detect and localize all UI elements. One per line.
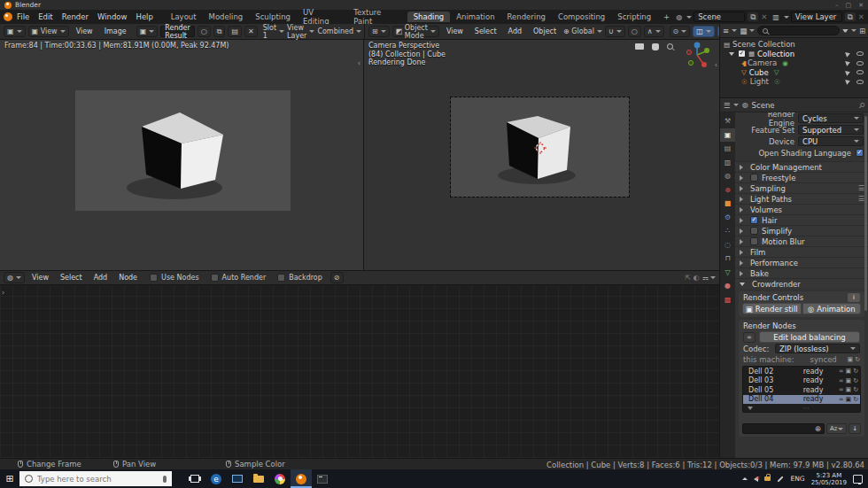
navigation-gizmo[interactable] bbox=[683, 41, 711, 69]
task-view-button[interactable] bbox=[184, 469, 205, 488]
freestyle-checkbox[interactable] bbox=[750, 174, 758, 182]
zoom-view-icon[interactable] bbox=[667, 43, 673, 50]
viewport-add-menu[interactable]: Add bbox=[504, 27, 527, 35]
show-gizmo-dropdown[interactable]: ⊙ bbox=[670, 26, 691, 37]
panel-motion-blur[interactable]: Motion Blur bbox=[735, 236, 868, 246]
outliner-filter-dropdown[interactable] bbox=[842, 29, 856, 33]
camera-visibility-icon[interactable] bbox=[856, 61, 864, 66]
link-icon[interactable]: ∞ bbox=[839, 396, 844, 403]
sync-icon[interactable]: ↻ bbox=[853, 386, 858, 393]
render-engine-dropdown[interactable]: Cycles bbox=[798, 113, 864, 123]
node-row-dell03[interactable]: Dell 03ready∞▣↻ bbox=[743, 376, 860, 386]
tab-physics[interactable]: ◌ bbox=[720, 238, 735, 252]
open-image-icon[interactable]: ▤ bbox=[228, 26, 242, 37]
view-layer-selector[interactable]: ▥ View Layer ⧉ ✕ bbox=[772, 12, 864, 22]
volume-muted-icon[interactable] bbox=[754, 476, 758, 482]
link-icon[interactable]: ∞ bbox=[839, 377, 844, 384]
render-node-icon[interactable]: ▣ bbox=[846, 368, 852, 375]
tab-material[interactable]: ● bbox=[720, 279, 735, 293]
overlay-node-icon[interactable]: ◐ bbox=[694, 274, 700, 282]
blender-taskbar-icon[interactable] bbox=[291, 469, 312, 488]
editor-type-properties-button[interactable]: ☰ bbox=[724, 101, 739, 110]
slot-dropdown[interactable]: Slot 1 bbox=[263, 24, 284, 40]
machine-sync-icon[interactable]: ↻ bbox=[855, 356, 860, 363]
file-explorer-icon[interactable] bbox=[248, 469, 269, 488]
outliner-row-light[interactable]: ☉ Light ☉ bbox=[720, 77, 868, 87]
xray-toggle-icon[interactable]: ◫ bbox=[693, 26, 715, 37]
link-icon[interactable]: ∞ bbox=[839, 386, 844, 393]
workspace-tab-layout[interactable]: Layout bbox=[165, 12, 203, 22]
menu-window[interactable]: Window bbox=[93, 12, 132, 21]
node-editor-body[interactable]: › bbox=[0, 285, 719, 458]
tab-world[interactable]: ⊕ bbox=[720, 183, 735, 198]
mode-dropdown[interactable]: ◩ Object Mode bbox=[392, 26, 439, 37]
workspace-tab-animation[interactable]: Animation bbox=[450, 12, 500, 22]
outliner-search-input[interactable] bbox=[771, 27, 834, 35]
editor-options-dropdown[interactable]: ⚎ bbox=[702, 274, 716, 282]
node-row-dell04[interactable]: Dell 04ready∞▣↻ bbox=[743, 395, 860, 405]
blender-menu-icon[interactable] bbox=[4, 12, 12, 21]
editor-type-image-button[interactable]: ▣ bbox=[4, 26, 26, 37]
start-button[interactable]: ⊞ bbox=[0, 469, 19, 488]
view-layer-name-field[interactable]: View Layer bbox=[791, 12, 842, 22]
viewport-view-menu[interactable]: View bbox=[442, 27, 468, 35]
browse-image-dropdown[interactable]: ▣ bbox=[136, 26, 159, 37]
orientation-dropdown[interactable]: ⊕ Global bbox=[563, 27, 602, 35]
render-node-icon[interactable]: ▣ bbox=[846, 386, 852, 393]
collection-visibility-icon[interactable] bbox=[856, 51, 864, 56]
hair-checkbox[interactable]: ✓ bbox=[750, 216, 758, 224]
move-down-button[interactable]: ↓ bbox=[849, 423, 861, 434]
tab-render[interactable]: ▣ bbox=[720, 128, 735, 143]
feature-set-dropdown[interactable]: Supported bbox=[798, 125, 864, 135]
animation-button[interactable]: ◎Animation bbox=[802, 303, 862, 314]
new-view-layer-button[interactable]: ⧉ bbox=[844, 12, 856, 22]
sampling-presets-icon[interactable]: ☰ bbox=[858, 184, 864, 192]
light-select-icon[interactable] bbox=[845, 79, 851, 85]
pass-dropdown[interactable]: Combined bbox=[317, 27, 361, 35]
pin-node-icon[interactable]: ⇱ bbox=[685, 274, 691, 282]
tab-scene[interactable]: ◍ bbox=[720, 169, 735, 183]
cube-visibility-icon[interactable] bbox=[856, 70, 864, 74]
render-node-icon[interactable]: ▣ bbox=[846, 377, 852, 384]
outliner-row-scene-collection[interactable]: ▤ Scene Collection bbox=[720, 40, 868, 50]
collection-checkbox[interactable]: ✓ bbox=[738, 50, 746, 58]
tab-constraints[interactable]: ⊓ bbox=[720, 252, 735, 266]
microphone-icon[interactable] bbox=[163, 476, 167, 483]
snap-node-icon[interactable]: ⊘ bbox=[330, 272, 344, 283]
image-view-menu[interactable]: View bbox=[72, 27, 97, 35]
render-node-icon[interactable]: ▣ bbox=[846, 396, 852, 403]
new-image-icon[interactable]: ⧉ bbox=[213, 26, 226, 37]
viewport-body[interactable]: Camera Perspective (84) Collection | Cub… bbox=[364, 40, 719, 270]
node-view-menu[interactable]: View bbox=[27, 274, 53, 282]
zoom-camera-icon[interactable] bbox=[635, 43, 644, 50]
language-indicator[interactable]: ENG bbox=[790, 475, 804, 483]
panel-crowdrender[interactable]: Crowdrender bbox=[735, 278, 868, 289]
cube-select-icon[interactable] bbox=[845, 69, 851, 75]
image-name-field[interactable]: Render Result bbox=[160, 26, 194, 37]
edit-load-balancing-button[interactable]: Edit load balancing bbox=[759, 331, 860, 343]
menu-edit[interactable]: Edit bbox=[34, 12, 57, 21]
maximize-button[interactable]: ▢ bbox=[846, 2, 852, 9]
panel-sampling[interactable]: Sampling☰ bbox=[735, 182, 868, 193]
editor-type-shader-button[interactable]: ◍ bbox=[4, 272, 25, 283]
minimize-button[interactable]: – bbox=[835, 2, 839, 9]
image-sidebar-toggle[interactable]: ‹ bbox=[358, 59, 360, 67]
edge-browser-icon[interactable]: e bbox=[205, 469, 227, 488]
tab-object[interactable]: ■ bbox=[720, 197, 735, 211]
tab-output[interactable]: ▤ bbox=[720, 142, 735, 156]
unlink-image-icon[interactable]: ✕ bbox=[244, 26, 258, 37]
close-button[interactable]: ✕ bbox=[858, 2, 864, 9]
node-name-input[interactable]: ⊕ bbox=[742, 423, 825, 434]
add-node-icon[interactable]: ⊕ bbox=[815, 424, 821, 433]
codec-dropdown[interactable]: ZIP (lossless) bbox=[775, 344, 860, 353]
menu-file[interactable]: File bbox=[12, 12, 34, 21]
light-paths-presets-icon[interactable]: ☰ bbox=[858, 195, 864, 203]
node-row-dell02[interactable]: Dell 02ready∞▣↻ bbox=[743, 367, 860, 376]
info-button[interactable]: i bbox=[848, 293, 860, 302]
camera-select-icon[interactable] bbox=[845, 60, 851, 66]
browser-icon[interactable] bbox=[269, 469, 291, 488]
list-collapse-icon[interactable] bbox=[748, 407, 753, 410]
move-view-icon[interactable] bbox=[652, 43, 659, 50]
motion-blur-checkbox[interactable] bbox=[750, 237, 758, 245]
node-row-dell05[interactable]: Dell 05ready∞▣↻ bbox=[743, 385, 860, 395]
